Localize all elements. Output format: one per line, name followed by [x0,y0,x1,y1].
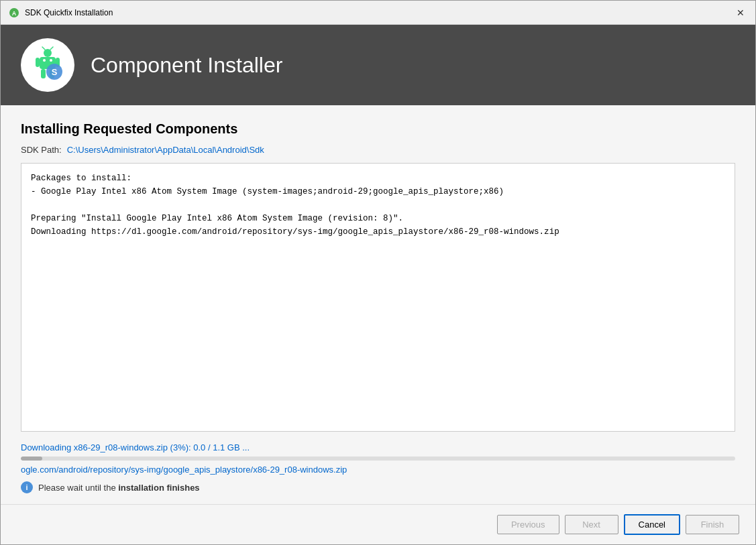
svg-point-9 [50,59,52,62]
svg-rect-6 [41,69,46,78]
svg-text:A: A [12,10,17,17]
logo-circle: S [21,38,74,92]
sdk-path-label: SDK Path: [21,145,62,155]
section-title: Installing Requested Components [21,121,735,137]
download-url: ogle.com/android/repository/sys-img/goog… [21,465,735,475]
svg-line-10 [42,47,45,50]
info-row: i Please wait until the installation fin… [21,481,735,493]
app-icon: A [9,7,19,18]
sdk-path-value: C:\Users\Administrator\AppData\Local\And… [67,145,264,155]
window-title: SDK Quickfix Installation [25,8,113,17]
progress-bar-fill [21,457,42,461]
info-icon: i [21,481,33,493]
finish-button[interactable]: Finish [686,515,739,534]
info-message: Please wait until the installation finis… [38,483,200,493]
progress-bar-container [21,457,735,461]
svg-text:S: S [52,67,58,77]
cancel-button[interactable]: Cancel [624,514,680,535]
info-icon-letter: i [25,483,28,491]
status-area: Downloading x86-29_r08-windows.zip (3%):… [21,440,735,493]
svg-point-2 [44,49,52,57]
footer: Previous Next Cancel Finish [1,504,755,544]
android-studio-icon: S [29,46,66,84]
main-window: A SDK Quickfix Installation ✕ [0,0,756,545]
previous-button[interactable]: Previous [497,515,559,534]
svg-line-11 [50,47,53,50]
next-button[interactable]: Next [565,515,618,534]
svg-point-8 [43,59,46,62]
log-output: Packages to install: - Google Play Intel… [21,163,735,432]
header-banner: S Component Installer [1,25,755,105]
header-title: Component Installer [91,53,282,78]
download-status: Downloading x86-29_r08-windows.zip (3%):… [21,442,735,452]
close-button[interactable]: ✕ [731,3,750,22]
svg-rect-4 [36,58,40,67]
title-bar-left: A SDK Quickfix Installation [9,7,113,18]
title-bar: A SDK Quickfix Installation ✕ [1,1,755,25]
content-area: Installing Requested Components SDK Path… [1,105,755,504]
sdk-path-row: SDK Path: C:\Users\Administrator\AppData… [21,145,735,155]
